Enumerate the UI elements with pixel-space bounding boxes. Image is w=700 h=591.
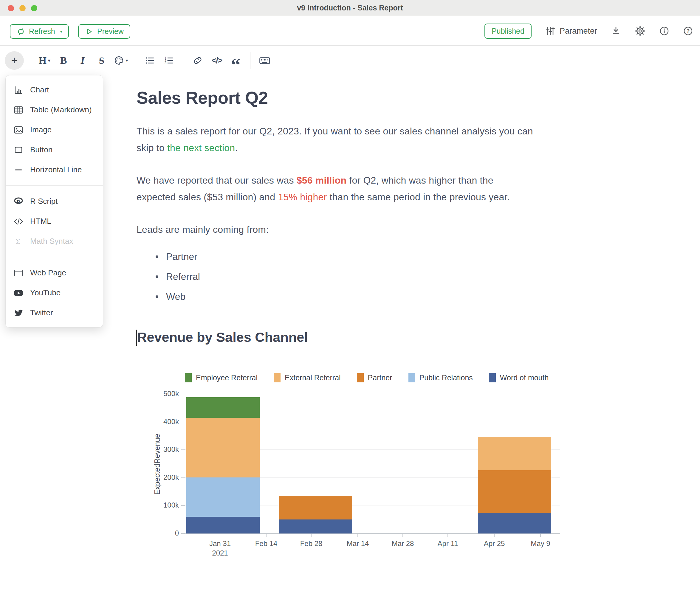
play-icon [85,27,93,36]
section-title: Revenue by Sales Channel [137,330,308,345]
parameter-button[interactable]: Parameter [545,26,597,36]
legend-item-public-relations[interactable]: Public Relations [408,373,473,382]
x-tick-mark [220,534,220,537]
y-tick-label: 300k [149,445,179,454]
info-button[interactable] [659,26,669,36]
menu-item-button[interactable]: Button [6,140,103,160]
bullet-icon [155,296,158,298]
toolbar-separator [30,52,30,69]
x-tick-mark [447,534,448,537]
bullet-label: Referral [166,271,200,282]
y-tick-label: 400k [149,417,179,426]
bar-segment-partner [478,470,551,513]
published-badge[interactable]: Published [485,23,531,39]
gridline [185,394,560,394]
legend-item-partner[interactable]: Partner [357,373,392,382]
x-tick-mark [358,534,358,537]
menu-divider [6,185,103,186]
menu-item-horizontal-line[interactable]: Horizontal Line [6,160,103,180]
toolbar-separator [183,52,183,69]
legend-swatch [274,373,280,382]
download-icon [611,26,621,36]
code-button[interactable]: </> [208,50,225,71]
twitter-icon [13,308,23,318]
svg-text:R: R [16,199,21,205]
menu-item-web-page[interactable]: Web Page [6,263,103,283]
menu-item-label: Web Page [30,268,66,277]
parameter-label: Parameter [560,26,597,36]
text-run: expected sales ($53 million) and [136,192,278,202]
legend-swatch [185,373,192,382]
settings-button[interactable] [635,26,645,37]
heading-menu-button[interactable]: H▾ [36,50,53,71]
intro-paragraph: This is a sales report for our Q2, 2023.… [136,123,578,156]
bold-button[interactable]: B [55,50,72,71]
action-toolbar: Refresh ▾ Preview Published Parameter [0,16,700,46]
menu-item-table-markdown[interactable]: Table (Markdown) [6,100,103,120]
link-icon [192,55,203,66]
y-tick-mark [181,394,185,394]
x-tick-label: Feb 14 [245,539,287,548]
legend-swatch [408,373,415,382]
chart: Employee ReferralExternal ReferralPartne… [143,370,572,590]
numbered-list-button[interactable]: 1 2 3 [161,50,177,71]
menu-item-label: R Script [30,197,58,206]
leads-bullet-list: PartnerReferralWeb [155,247,200,307]
next-section-link[interactable]: the next section [167,142,235,153]
sliders-icon [545,26,555,36]
preview-button[interactable]: Preview [78,24,130,39]
youtube-icon [13,287,23,298]
legend-item-employee-referral[interactable]: Employee Referral [185,373,258,382]
menu-item-image[interactable]: Image [6,120,103,140]
html-icon [13,216,23,227]
refresh-button[interactable]: Refresh ▾ [10,24,69,39]
bullet-list-button[interactable] [141,50,158,71]
bar-segment-word-of-mouth [279,520,352,533]
blockquote-button[interactable]: “ [228,50,244,71]
menu-item-label: Chart [30,85,49,94]
link-button[interactable] [189,50,206,71]
button-icon [13,145,23,155]
info-icon [659,26,669,36]
keyboard-icon [259,55,271,66]
window-title: v9 Introduction - Sales Report [0,4,700,12]
question-icon: ? [683,26,693,36]
x-tick-label: Jan 312021 [199,539,241,558]
insert-plus-button[interactable]: + [5,51,24,70]
text-run: than the same period in the previous yea… [327,192,509,202]
help-button[interactable]: ? [683,26,693,36]
refresh-label: Refresh [29,27,55,36]
text-color-button[interactable]: ▾ [112,50,129,71]
keyboard-shortcuts-button[interactable] [256,50,273,71]
x-tick-label: Feb 28 [291,539,332,548]
image-icon [13,125,23,135]
menu-item-r-script[interactable]: RR Script [6,191,103,211]
insert-menu: ChartTable (Markdown)ImageButtonHorizont… [5,75,103,328]
page-title: Sales Report Q2 [136,88,268,108]
legend-item-external-referral[interactable]: External Referral [274,373,341,382]
menu-item-label: Image [30,125,52,134]
y-tick-mark [181,505,185,506]
toolbar-separator [135,52,135,69]
bullet-label: Partner [166,251,197,262]
menu-item-chart[interactable]: Chart [6,80,103,100]
horizontal-line-icon [13,165,23,175]
italic-button[interactable]: I [74,50,91,71]
download-button[interactable] [611,26,621,36]
bullet-icon [155,255,158,258]
menu-item-twitter[interactable]: Twitter [6,303,103,323]
x-tick-mark [266,534,266,537]
x-tick-mark [402,534,403,537]
refresh-dropdown-caret-icon: ▾ [60,29,63,34]
legend-item-word-of-mouth[interactable]: Word of mouth [489,373,549,382]
menu-item-youtube[interactable]: YouTube [6,283,103,303]
text-run: 15% higher [278,192,327,202]
menu-item-html[interactable]: HTML [6,211,103,231]
heading-dropdown-caret-icon: ▾ [48,58,50,63]
math-icon: Σ [13,236,23,247]
x-tick-label: Mar 14 [337,539,379,548]
color-dropdown-caret-icon: ▾ [126,58,128,63]
strikethrough-button[interactable]: S [93,50,110,71]
legend-swatch [489,373,496,382]
menu-item-label: Math Syntax [30,237,73,246]
